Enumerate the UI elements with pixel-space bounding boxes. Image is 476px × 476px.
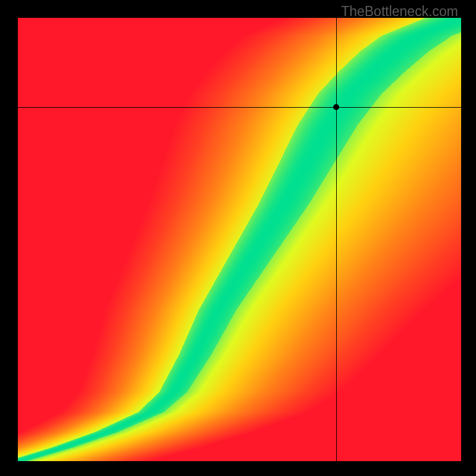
heatmap-canvas [18, 18, 461, 461]
crosshair-horizontal [18, 107, 461, 108]
data-point-marker [333, 104, 339, 110]
chart-container: TheBottleneck.com [0, 0, 476, 476]
heatmap-plot [18, 18, 461, 461]
crosshair-vertical [336, 18, 337, 461]
watermark-label: TheBottleneck.com [341, 4, 458, 20]
